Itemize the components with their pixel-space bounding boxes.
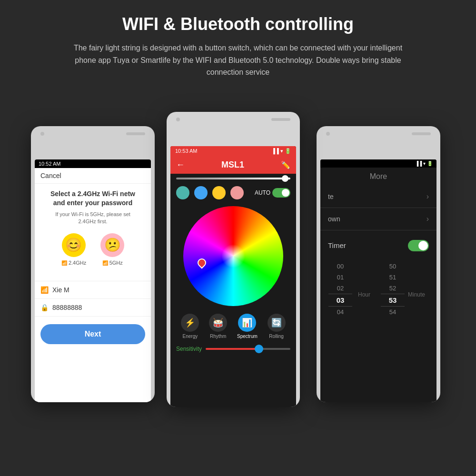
rhythm-icon: 🥁: [209, 314, 227, 332]
hour-04[interactable]: 04: [328, 307, 352, 317]
phone-center: 10:53 AM ▐▐ ▾ 🔋 ← MSL1 ✏️ AUTO: [167, 112, 300, 407]
color-dot-blue[interactable]: [194, 186, 208, 199]
spectrum-icon: 📊: [238, 314, 256, 332]
music-mode-rhythm[interactable]: 🥁 Rhythm: [209, 314, 227, 339]
center-status-time: 10:53 AM: [175, 148, 197, 154]
left-screen-body: Select a 2.4GHz Wi-Fi netwand enter your…: [35, 184, 151, 281]
hour-00[interactable]: 00: [328, 261, 352, 272]
hours-column: 00 01 02 03 04: [328, 261, 352, 317]
hour-01[interactable]: 01: [328, 272, 352, 283]
right-status-bar: ▐▐ ▾ 🔋: [320, 159, 436, 168]
wifi-network-name: Xie M: [52, 286, 69, 294]
spectrum-label: Spectrum: [237, 334, 258, 339]
phone-right-screen: ▐▐ ▾ 🔋 More te › own › Timer: [320, 159, 436, 402]
sensitivity-row[interactable]: Sensitivity: [170, 343, 296, 355]
center-speaker-icon: [271, 118, 290, 121]
color-wheel-container[interactable]: [170, 202, 296, 310]
timer-header: Timer: [320, 234, 436, 257]
back-icon[interactable]: ←: [176, 160, 185, 170]
toggle-thumb: [282, 189, 289, 197]
color-wheel[interactable]: [183, 206, 283, 306]
left-screen-header: Cancel: [35, 168, 151, 184]
time-picker: 00 01 02 03 04 Hour 50 51 52 53 54: [320, 257, 436, 321]
wifi-sub: If your Wi-Fi is 5GHz, please set2.4GHz …: [42, 211, 143, 226]
phone-right-top-bar: [317, 126, 440, 136]
color-dot-pink[interactable]: [230, 186, 244, 199]
right-chevron-2: ›: [426, 215, 429, 223]
wifi-option-24[interactable]: 😊 📶 2.4GHz: [61, 233, 86, 266]
sensitivity-label: Sensitivity: [176, 346, 202, 352]
center-status-icons: ▐▐ ▾ 🔋: [271, 148, 291, 154]
min-53[interactable]: 53: [381, 294, 405, 307]
min-51[interactable]: 51: [381, 272, 405, 283]
right-camera-icon: [326, 132, 330, 136]
color-dot-teal[interactable]: [176, 186, 189, 199]
center-status-bar: 10:53 AM ▐▐ ▾ 🔋: [170, 146, 296, 156]
wifi-options: 😊 📶 2.4GHz 😕 📶 5GHz: [42, 233, 143, 266]
page-description: The fairy light string is designed with …: [67, 42, 409, 79]
center-app-title: MSL1: [185, 160, 281, 170]
page-title: WIFI & Bluetooth controlling: [38, 14, 438, 34]
wifi-network-row[interactable]: 📶 Xie M: [35, 281, 151, 298]
left-speaker-icon: [126, 132, 145, 135]
min-50[interactable]: 50: [381, 261, 405, 272]
timer-toggle[interactable]: [408, 240, 429, 251]
music-mode-rolling[interactable]: 🔄 Rolling: [268, 314, 286, 339]
minutes-column: 50 51 52 53 54: [381, 261, 405, 317]
emoji-5ghz: 😕: [100, 233, 124, 257]
music-mode-energy[interactable]: ⚡ Energy: [181, 314, 199, 339]
color-presets: AUTO: [170, 183, 296, 202]
left-status-bar: 10:52 AM: [35, 159, 151, 168]
rolling-icon: 🔄: [268, 314, 286, 332]
right-menu-label-1: te: [328, 193, 334, 200]
emoji-24ghz: 😊: [62, 233, 86, 257]
phone-center-screen: 10:53 AM ▐▐ ▾ 🔋 ← MSL1 ✏️ AUTO: [170, 146, 296, 407]
auto-toggle[interactable]: AUTO: [255, 188, 290, 198]
color-dot-yellow[interactable]: [212, 186, 226, 199]
min-54[interactable]: 54: [381, 307, 405, 317]
rolling-label: Rolling: [269, 334, 284, 339]
password-row[interactable]: 🔒 88888888: [35, 298, 151, 317]
right-menu-label-2: own: [328, 215, 340, 223]
sensitivity-slider[interactable]: [206, 348, 290, 350]
right-more-header: More: [320, 168, 436, 186]
center-app-header: ← MSL1 ✏️: [170, 156, 296, 174]
password-field[interactable]: 88888888: [52, 304, 82, 311]
toggle-track[interactable]: [272, 188, 290, 198]
wifi-label-24: 📶 2.4GHz: [61, 260, 86, 266]
wifi-title: Select a 2.4GHz Wi-Fi netwand enter your…: [42, 189, 143, 208]
timer-toggle-thumb: [418, 241, 428, 250]
music-mode-spectrum[interactable]: 📊 Spectrum: [237, 314, 258, 339]
brightness-slider[interactable]: [176, 178, 290, 179]
phones-container: 10:52 AM Cancel Select a 2.4GHz Wi-Fi ne…: [0, 102, 476, 436]
wifi-label-5: 📶 5GHz: [102, 260, 123, 266]
phone-center-top-bar: [167, 112, 300, 121]
lock-icon: 🔒: [40, 304, 49, 311]
min-52[interactable]: 52: [381, 283, 405, 294]
hour-02[interactable]: 02: [328, 283, 352, 294]
auto-label: AUTO: [255, 189, 270, 196]
edit-icon[interactable]: ✏️: [281, 160, 290, 169]
right-menu-item-2[interactable]: own ›: [320, 208, 436, 230]
wifi-option-5[interactable]: 😕 📶 5GHz: [100, 233, 124, 266]
hour-label: Hour: [352, 261, 376, 317]
left-status-time: 10:52 AM: [39, 161, 60, 167]
timer-label: Timer: [328, 241, 346, 249]
hour-03[interactable]: 03: [328, 294, 352, 307]
right-speaker-icon: [412, 132, 431, 135]
brightness-thumb: [282, 175, 288, 182]
sensitivity-thumb: [255, 345, 263, 353]
minute-label: Minute: [405, 261, 428, 317]
phone-right: ▐▐ ▾ 🔋 More te › own › Timer: [317, 126, 440, 402]
right-status-icons: ▐▐ ▾ 🔋: [415, 161, 433, 166]
right-chevron-1: ›: [426, 192, 429, 201]
cancel-button[interactable]: Cancel: [40, 172, 61, 179]
color-picker-dot[interactable]: [196, 257, 208, 268]
header-section: WIFI & Bluetooth controlling The fairy l…: [0, 0, 476, 88]
left-camera-icon: [40, 132, 44, 136]
timer-section: Timer 00 01 02 03 04 Hour: [320, 234, 436, 321]
phone-left-top-bar: [31, 126, 155, 136]
music-modes: ⚡ Energy 🥁 Rhythm 📊 Spectrum 🔄 Rolling: [170, 310, 296, 343]
right-menu-item-1[interactable]: te ›: [320, 186, 436, 208]
next-button[interactable]: Next: [40, 324, 145, 344]
